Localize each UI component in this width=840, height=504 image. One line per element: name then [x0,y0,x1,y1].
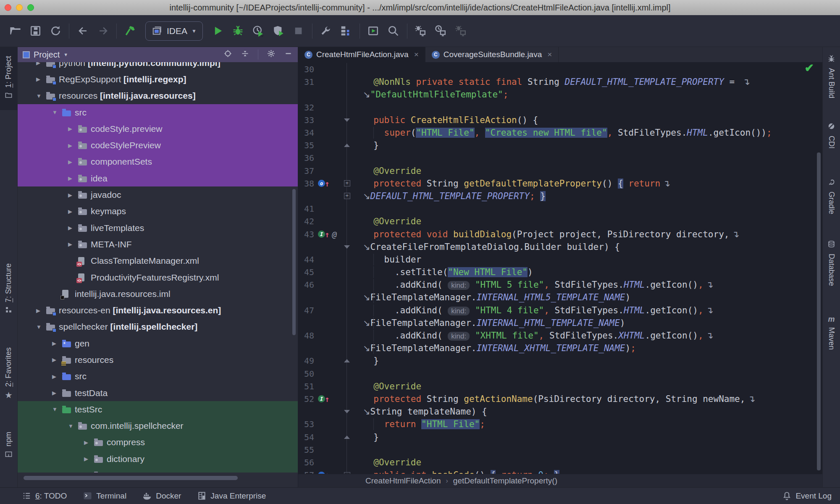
chevron-collapsed-icon[interactable]: ▶ [67,126,78,132]
chevron-collapsed-icon[interactable]: ▶ [51,340,62,346]
fold-end-icon[interactable] [344,436,350,439]
editor-tab[interactable]: CCreateHtmlFileAction.java× [298,47,425,62]
tool-stripe-item-cdi[interactable]: CDI [823,114,840,156]
chevron-collapsed-icon[interactable]: ▶ [51,373,62,380]
attach-debugger-button[interactable] [411,21,431,41]
tree-row[interactable]: ▼src [18,104,298,121]
tool-stripe-item-favorites[interactable]: 2: Favorites★ [0,339,17,408]
fold-gutter[interactable]: + [340,177,354,190]
tree-row[interactable]: ▼spellchecker [intellij.spellchecker] [18,319,298,335]
close-window-button[interactable] [5,4,11,11]
chevron-collapsed-icon[interactable]: ▶ [51,357,62,363]
minimize-window-button[interactable] [16,4,23,11]
statusbar-item-docker[interactable]: Docker [142,491,181,501]
implements-method-icon[interactable]: I [318,395,325,402]
chevron-collapsed-icon[interactable]: ▶ [83,439,94,446]
settings-wrench-button[interactable] [316,21,336,41]
code-editor[interactable]: 3031 @NonNls private static final String… [298,62,822,474]
chevron-collapsed-icon[interactable]: ▶ [35,307,46,314]
tree-row[interactable]: ▶componentSets [18,154,298,170]
tool-stripe-item-project[interactable]: 1: Project [0,47,17,110]
tree-row[interactable]: ▶RegExpSupport [intellij.regexp] [18,71,298,87]
tree-row[interactable]: ▶src [18,368,298,385]
fold-start-icon[interactable] [344,245,350,249]
chevron-collapsed-icon[interactable]: ▶ [67,159,78,165]
statusbar-item-todo[interactable]: 6: TODO [22,491,67,501]
chevron-expanded-icon[interactable]: ▼ [51,109,62,116]
chevron-collapsed-icon[interactable]: ▶ [67,142,78,149]
chevron-collapsed-icon[interactable]: ▶ [35,62,46,66]
tree-row[interactable]: intellij.java.resources.iml [18,286,298,302]
editor-tab[interactable]: CCoverageSuitesBundle.java× [425,47,559,62]
back-button[interactable] [73,21,93,41]
tool-stripe-item-maven[interactable]: mMaven [823,305,840,360]
fold-gutter[interactable] [340,139,354,152]
attach-disabled-button[interactable] [451,21,471,41]
forward-button[interactable] [93,21,113,41]
tree-row[interactable]: ▶python [intellij.python.community.impl] [18,62,298,71]
search-everywhere-button[interactable] [383,21,404,41]
chevron-collapsed-icon[interactable]: ▶ [67,175,78,181]
hide-icon[interactable] [284,49,293,60]
tree-row[interactable]: ▶javadoc [18,186,298,203]
chevron-collapsed-icon[interactable]: ▶ [67,192,78,198]
fold-gutter[interactable] [340,430,354,443]
collapse-all-icon[interactable] [241,49,249,60]
statusbar-item-terminal[interactable]: Terminal [83,491,126,501]
chevron-collapsed-icon[interactable]: ▶ [67,241,78,247]
close-icon[interactable]: × [547,50,552,59]
tree-row[interactable]: ▶liveTemplates [18,220,298,236]
fold-gutter[interactable]: + [340,469,354,474]
fold-start-icon[interactable] [344,410,350,413]
tree-vertical-scrollbar[interactable] [292,189,296,335]
fold-start-icon[interactable] [344,118,350,122]
chevron-collapsed-icon[interactable]: ▶ [35,76,46,82]
tool-stripe-item-ant-build[interactable]: Ant Build [823,48,840,105]
chevron-down-icon[interactable]: ▼ [63,52,68,57]
close-icon[interactable]: × [414,50,419,59]
fold-end-icon[interactable] [344,144,350,147]
tree-row[interactable]: ▶dictionary [18,451,298,467]
settings-gear-icon[interactable] [267,49,276,60]
tree-row[interactable]: ▶resources-en [intellij.java.resources.e… [18,302,298,318]
project-structure-button[interactable] [336,21,356,41]
tree-row[interactable]: ▶testData [18,385,298,401]
run-with-coverage-button[interactable] [248,21,268,41]
tree-row[interactable]: ▶keymaps [18,203,298,220]
tree-row[interactable]: ▶codeStylePreview [18,137,298,153]
tree-row[interactable]: <>ClassTemplateManager.xml [18,253,298,269]
implements-method-icon[interactable]: I [318,231,325,238]
overrides-method-icon[interactable]: o [318,180,325,187]
zoom-window-button[interactable] [27,4,34,11]
debug-button[interactable] [228,21,248,41]
fold-gutter[interactable] [340,405,354,418]
chevron-expanded-icon[interactable]: ▼ [67,423,78,429]
breadcrumb-class[interactable]: CreateHtmlFileAction [365,476,441,486]
tool-stripe-item-structure[interactable]: 7: Structure [0,253,17,326]
tree-horizontal-scrollbar[interactable] [24,476,238,480]
fold-plus-icon[interactable]: + [344,193,350,199]
tree-row[interactable]: ▶META-INF [18,236,298,252]
locate-icon[interactable] [223,49,232,60]
run-anything-button[interactable] [363,21,383,41]
open-file-button[interactable] [5,21,25,41]
statusbar-item-java-enterprise[interactable]: Java Enterprise [197,491,266,501]
fold-gutter[interactable] [340,114,354,126]
tree-row[interactable]: ▶resources [18,352,298,368]
fold-gutter[interactable] [340,354,354,367]
tree-row[interactable]: ▶codeStyle.preview [18,121,298,137]
tree-row[interactable]: ▶*gen [18,335,298,352]
tree-row[interactable]: ▼com.intellij.spellchecker [18,418,298,434]
fold-gutter[interactable]: + [340,190,354,202]
tree-row[interactable]: ▶ [18,467,298,472]
run-button[interactable] [208,21,228,41]
tool-stripe-item-npm[interactable]: npm [0,423,17,469]
chevron-collapsed-icon[interactable]: ▶ [67,208,78,215]
fold-plus-icon[interactable]: + [344,180,350,186]
tool-stripe-item-gradle[interactable]: Gradle [823,169,840,223]
chevron-collapsed-icon[interactable]: ▶ [83,456,94,462]
attach-profiler-button[interactable] [431,21,451,41]
tree-row[interactable]: <>ProductivityFeaturesRegistry.xml [18,269,298,286]
tool-stripe-item-database[interactable]: Database [823,232,840,295]
tree-row[interactable]: ▶compress [18,434,298,451]
